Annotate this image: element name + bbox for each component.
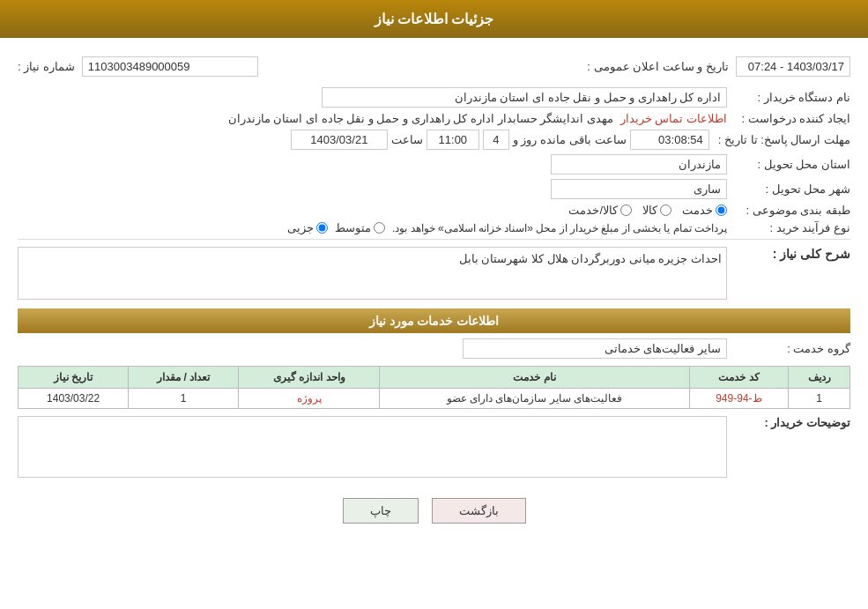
announce-datetime-label: تاریخ و ساعت اعلان عمومی : xyxy=(587,60,729,73)
print-button[interactable]: چاپ xyxy=(343,498,419,524)
delivery-province-value: مازندران xyxy=(551,154,727,175)
service-group-label: گروه خدمت : xyxy=(727,342,850,355)
need-description-value: احداث جزیره میانی دوربرگردان هلال کلا شه… xyxy=(18,247,727,300)
buyer-notes-label: توضیحات خریدار : xyxy=(727,416,850,429)
col-code: کد خدمت xyxy=(689,367,789,389)
subject-option-both: کالا/خدمت xyxy=(568,204,632,217)
purchase-type-label: نوع فرآیند خرید : xyxy=(727,221,850,234)
cell-quantity: 1 xyxy=(129,389,239,409)
back-button[interactable]: بازگشت xyxy=(432,498,526,524)
announce-datetime-value: 1403/03/17 - 07:24 xyxy=(736,56,850,77)
services-section-header: اطلاعات خدمات مورد نیاز xyxy=(18,308,850,333)
services-table: ردیف کد خدمت نام خدمت واحد اندازه گیری ت… xyxy=(18,366,850,409)
action-buttons: بازگشت چاپ xyxy=(18,498,850,541)
response-time-value: 11:00 xyxy=(427,130,479,150)
cell-name: فعالیت‌های سایر سازمان‌های دارای عضو xyxy=(380,389,689,409)
creator-label: ایجاد کننده درخواست : xyxy=(727,112,850,125)
response-time-label: ساعت xyxy=(391,133,423,146)
col-row: ردیف xyxy=(789,367,850,389)
cell-code: ط-94-949 xyxy=(689,389,789,409)
need-description-label: شرح کلی نیاز : xyxy=(727,247,850,261)
col-quantity: تعداد / مقدار xyxy=(129,367,239,389)
subject-label: طبقه بندی موضوعی : xyxy=(727,204,850,217)
subject-option-goods: کالا xyxy=(642,204,671,217)
purchase-radio-medium[interactable] xyxy=(374,222,385,234)
unit-link[interactable]: پروژه xyxy=(297,392,322,405)
service-group-value: سایر فعالیت‌های خدماتی xyxy=(463,338,727,359)
subject-radio-both[interactable] xyxy=(620,204,632,216)
announce-datetime-group: 1403/03/17 - 07:24 تاریخ و ساعت اعلان عم… xyxy=(587,56,850,77)
page-header: جزئیات اطلاعات نیاز xyxy=(0,0,868,38)
response-days-label: روز و xyxy=(513,133,538,146)
subject-radio-service[interactable] xyxy=(716,204,727,216)
delivery-city-label: شهر محل تحویل : xyxy=(727,182,850,196)
table-row: 1 ط-94-949 فعالیت‌های سایر سازمان‌های دا… xyxy=(19,389,850,409)
need-number-value: 1103003489000059 xyxy=(82,56,258,77)
cell-unit: پروژه xyxy=(239,389,380,409)
need-number-label: شماره نیاز : xyxy=(18,60,75,73)
creator-value: مهدی اندایشگر حسابدار اداره کل راهداری و… xyxy=(228,112,613,125)
page-title: جزئیات اطلاعات نیاز xyxy=(375,11,494,26)
response-date-value: 1403/03/21 xyxy=(291,130,388,150)
service-code-link[interactable]: ط-94-949 xyxy=(716,392,761,405)
need-number-group: 1103003489000059 شماره نیاز : xyxy=(18,56,258,77)
response-days-value: 4 xyxy=(483,130,509,150)
delivery-city-value: ساری xyxy=(551,179,727,199)
response-deadline-label: مهلت ارسال پاسخ: تا تاریخ : xyxy=(709,133,850,146)
purchase-radio-small[interactable] xyxy=(316,222,328,234)
purchase-type-small: جزیی xyxy=(287,221,328,234)
purchase-type-medium: متوسط xyxy=(335,221,385,234)
subject-option-service: خدمت xyxy=(682,204,727,217)
delivery-province-label: استان محل تحویل : xyxy=(727,158,850,171)
cell-row: 1 xyxy=(789,389,850,409)
creator-contact-link[interactable]: اطلاعات تماس خریدار xyxy=(620,112,727,125)
buyer-notes-textarea[interactable] xyxy=(18,416,727,478)
col-date: تاریخ نیاز xyxy=(19,367,129,389)
subject-radio-goods[interactable] xyxy=(660,204,671,216)
buyer-org-label: نام دستگاه خریدار : xyxy=(727,91,850,104)
response-remaining-value: 03:08:54 xyxy=(630,130,709,150)
purchase-notice: پرداخت تمام یا بخشی از مبلغ خریدار از مح… xyxy=(392,222,727,234)
col-unit: واحد اندازه گیری xyxy=(239,367,380,389)
cell-date: 1403/03/22 xyxy=(19,389,129,409)
response-remaining-label: ساعت باقی مانده xyxy=(540,133,626,146)
buyer-org-value: اداره کل راهداری و حمل و نقل جاده ای است… xyxy=(322,87,727,108)
col-name: نام خدمت xyxy=(380,367,689,389)
